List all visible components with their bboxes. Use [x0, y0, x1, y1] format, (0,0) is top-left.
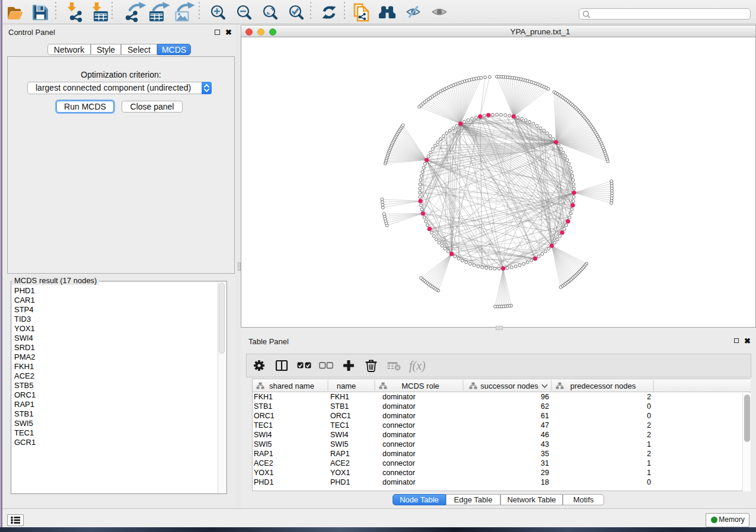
- svg-text:predecessor nodes: predecessor nodes: [570, 382, 636, 390]
- svg-text:name: name: [337, 382, 356, 390]
- svg-text:MCDS role: MCDS role: [401, 382, 439, 390]
- svg-text:shared name: shared name: [269, 382, 314, 390]
- svg-text:f(x): f(x): [409, 359, 426, 373]
- svg-text:successor nodes: successor nodes: [480, 382, 538, 390]
